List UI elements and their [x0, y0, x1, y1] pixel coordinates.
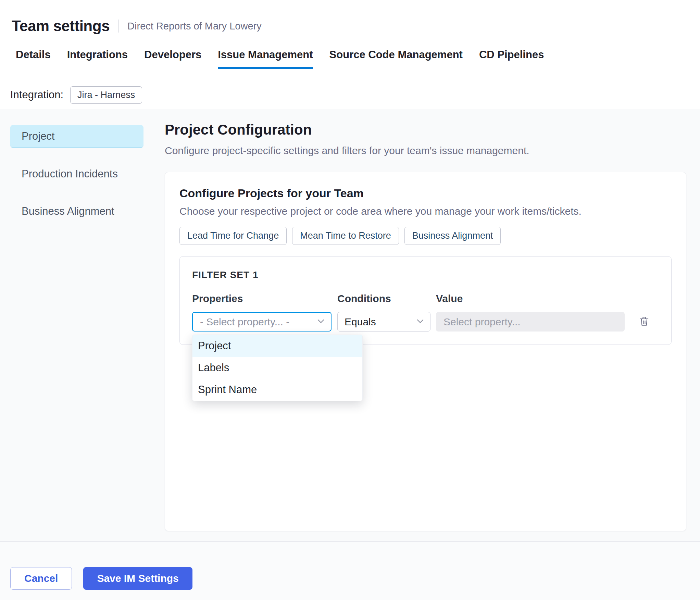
tab-cd-pipelines[interactable]: CD Pipelines: [479, 40, 544, 69]
dropdown-option-sprint-name[interactable]: Sprint Name: [192, 379, 362, 401]
condition-select[interactable]: Equals: [337, 312, 430, 332]
section-title: Project Configuration: [165, 121, 686, 139]
filter-column-headers: Properties Conditions Value: [192, 293, 659, 304]
sidebar-item-business-alignment[interactable]: Business Alignment: [10, 200, 143, 223]
dropdown-option-project[interactable]: Project: [192, 335, 362, 357]
tab-details[interactable]: Details: [16, 40, 51, 69]
sidebar-item-project[interactable]: Project: [10, 125, 143, 148]
sidebar: Project Production Incidents Business Al…: [0, 109, 154, 541]
configure-projects-card: Configure Projects for your Team Choose …: [165, 172, 686, 531]
save-im-settings-button[interactable]: Save IM Settings: [83, 567, 192, 590]
content-body: Project Production Incidents Business Al…: [0, 109, 700, 541]
filter-set-title: FILTER SET 1: [192, 270, 659, 280]
column-header-conditions: Conditions: [337, 293, 436, 304]
integration-label: Integration:: [10, 89, 63, 101]
card-subtitle: Choose your respective project or code a…: [179, 205, 672, 217]
page-subtitle: Direct Reports of Mary Lowery: [127, 21, 262, 32]
chip-business-alignment[interactable]: Business Alignment: [404, 227, 501, 245]
tab-source-code-management[interactable]: Source Code Management: [329, 40, 463, 69]
property-select[interactable]: - Select property... -: [192, 312, 332, 332]
filter-set-1: FILTER SET 1 Properties Conditions Value…: [179, 256, 672, 345]
column-header-properties: Properties: [192, 293, 337, 304]
trash-icon: [639, 316, 649, 328]
metric-chip-row: Lead Time for Change Mean Time to Restor…: [179, 227, 672, 245]
chip-lead-time-for-change[interactable]: Lead Time for Change: [179, 227, 287, 245]
filter-controls-row: - Select property... - Equals: [192, 312, 659, 332]
footer-actions: Cancel Save IM Settings: [0, 541, 700, 600]
condition-select-value: Equals: [345, 316, 376, 328]
page-title: Team settings: [12, 17, 110, 35]
column-header-value: Value: [436, 293, 625, 304]
page-header: Team settings Direct Reports of Mary Low…: [0, 0, 700, 40]
sidebar-item-production-incidents[interactable]: Production Incidents: [10, 162, 143, 185]
property-dropdown-menu: Project Labels Sprint Name: [192, 335, 363, 401]
chip-mean-time-to-restore[interactable]: Mean Time to Restore: [292, 227, 399, 245]
tab-bar: Details Integrations Developers Issue Ma…: [0, 40, 700, 69]
integration-chip[interactable]: Jira - Harness: [70, 86, 142, 104]
tab-developers[interactable]: Developers: [144, 40, 201, 69]
tab-integrations[interactable]: Integrations: [67, 40, 128, 69]
property-select-value: - Select property... -: [200, 316, 289, 328]
chevron-down-icon: [317, 319, 325, 325]
dropdown-option-labels[interactable]: Labels: [192, 357, 362, 379]
cancel-button[interactable]: Cancel: [10, 567, 72, 590]
title-divider: [118, 20, 119, 33]
card-title: Configure Projects for your Team: [179, 187, 672, 200]
tab-issue-management[interactable]: Issue Management: [218, 40, 313, 69]
value-input[interactable]: [436, 312, 625, 332]
integration-row: Integration: Jira - Harness: [0, 69, 700, 109]
delete-filter-button[interactable]: [639, 316, 649, 328]
chevron-down-icon: [416, 319, 424, 325]
team-settings-page: Team settings Direct Reports of Mary Low…: [0, 0, 700, 600]
section-subtitle: Configure project-specific settings and …: [165, 144, 686, 157]
main-panel: Project Configuration Configure project-…: [154, 109, 700, 541]
